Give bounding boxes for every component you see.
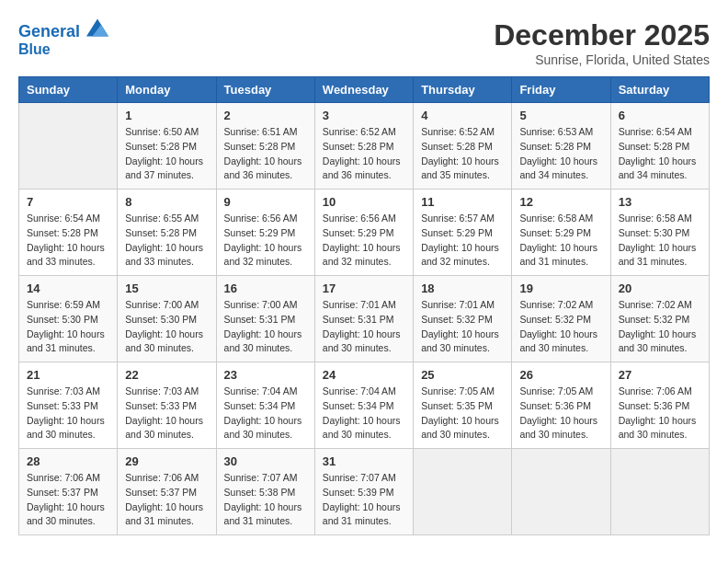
calendar-cell: 23Sunrise: 7:04 AMSunset: 5:34 PMDayligh… xyxy=(216,362,314,449)
logo-general: General xyxy=(18,22,80,40)
page-header: General Blue December 2025 Sunrise, Flor… xyxy=(18,18,710,67)
calendar-cell: 29Sunrise: 7:06 AMSunset: 5:37 PMDayligh… xyxy=(118,449,216,535)
day-info: Sunrise: 7:04 AMSunset: 5:34 PMDaylight:… xyxy=(224,385,307,442)
day-number: 18 xyxy=(421,282,504,295)
day-info: Sunrise: 6:56 AMSunset: 5:29 PMDaylight:… xyxy=(224,212,307,270)
day-number: 10 xyxy=(323,195,405,209)
month-title: December 2025 xyxy=(494,18,710,52)
day-info: Sunrise: 6:54 AMSunset: 5:28 PMDaylight:… xyxy=(619,125,701,183)
day-info: Sunrise: 6:58 AMSunset: 5:30 PMDaylight:… xyxy=(619,212,701,270)
calendar-cell: 30Sunrise: 7:07 AMSunset: 5:38 PMDayligh… xyxy=(216,449,314,535)
calendar-cell: 21Sunrise: 7:03 AMSunset: 5:33 PMDayligh… xyxy=(19,362,118,449)
calendar-cell: 9Sunrise: 6:56 AMSunset: 5:29 PMDaylight… xyxy=(216,190,314,276)
day-info: Sunrise: 7:01 AMSunset: 5:32 PMDaylight:… xyxy=(421,298,504,356)
calendar-cell: 12Sunrise: 6:58 AMSunset: 5:29 PMDayligh… xyxy=(512,190,610,276)
day-info: Sunrise: 6:54 AMSunset: 5:28 PMDaylight:… xyxy=(27,212,109,270)
calendar-cell xyxy=(414,449,512,535)
calendar-cell: 8Sunrise: 6:55 AMSunset: 5:28 PMDaylight… xyxy=(118,190,216,276)
calendar-cell: 20Sunrise: 7:02 AMSunset: 5:32 PMDayligh… xyxy=(610,276,709,362)
calendar-cell: 24Sunrise: 7:04 AMSunset: 5:34 PMDayligh… xyxy=(314,362,413,449)
day-info: Sunrise: 7:02 AMSunset: 5:32 PMDaylight:… xyxy=(619,298,701,356)
calendar-cell: 10Sunrise: 6:56 AMSunset: 5:29 PMDayligh… xyxy=(314,190,413,276)
calendar-cell: 16Sunrise: 7:00 AMSunset: 5:31 PMDayligh… xyxy=(216,276,314,362)
day-info: Sunrise: 7:06 AMSunset: 5:36 PMDaylight:… xyxy=(619,385,701,442)
day-number: 26 xyxy=(519,368,602,382)
calendar-week-row: 14Sunrise: 6:59 AMSunset: 5:30 PMDayligh… xyxy=(19,276,710,362)
weekday-header: Saturday xyxy=(610,77,709,103)
calendar-week-row: 21Sunrise: 7:03 AMSunset: 5:33 PMDayligh… xyxy=(19,362,710,449)
day-number: 24 xyxy=(323,368,405,382)
calendar-cell xyxy=(19,103,118,190)
logo-blue: Blue xyxy=(18,41,108,58)
calendar-week-row: 28Sunrise: 7:06 AMSunset: 5:37 PMDayligh… xyxy=(19,449,710,535)
calendar-table: SundayMondayTuesdayWednesdayThursdayFrid… xyxy=(18,76,710,535)
calendar-cell: 6Sunrise: 6:54 AMSunset: 5:28 PMDaylight… xyxy=(610,103,709,190)
day-info: Sunrise: 6:52 AMSunset: 5:28 PMDaylight:… xyxy=(323,125,405,183)
day-info: Sunrise: 6:56 AMSunset: 5:29 PMDaylight:… xyxy=(323,212,405,270)
day-number: 20 xyxy=(619,282,701,295)
title-block: December 2025 Sunrise, Florida, United S… xyxy=(494,18,710,67)
logo-icon xyxy=(86,18,108,37)
calendar-cell: 7Sunrise: 6:54 AMSunset: 5:28 PMDaylight… xyxy=(19,190,118,276)
day-number: 14 xyxy=(27,282,109,295)
calendar-cell: 26Sunrise: 7:05 AMSunset: 5:36 PMDayligh… xyxy=(512,362,610,449)
day-info: Sunrise: 7:01 AMSunset: 5:31 PMDaylight:… xyxy=(323,298,405,356)
day-number: 27 xyxy=(619,368,701,382)
calendar-header-row: SundayMondayTuesdayWednesdayThursdayFrid… xyxy=(19,77,710,103)
day-info: Sunrise: 7:06 AMSunset: 5:37 PMDaylight:… xyxy=(27,471,109,529)
day-info: Sunrise: 7:06 AMSunset: 5:37 PMDaylight:… xyxy=(125,471,208,529)
day-number: 3 xyxy=(323,109,405,122)
calendar-cell: 22Sunrise: 7:03 AMSunset: 5:33 PMDayligh… xyxy=(118,362,216,449)
weekday-header: Tuesday xyxy=(216,77,314,103)
day-info: Sunrise: 7:00 AMSunset: 5:30 PMDaylight:… xyxy=(125,298,208,356)
calendar-cell: 18Sunrise: 7:01 AMSunset: 5:32 PMDayligh… xyxy=(414,276,512,362)
day-number: 13 xyxy=(619,195,701,209)
calendar-cell: 27Sunrise: 7:06 AMSunset: 5:36 PMDayligh… xyxy=(610,362,709,449)
day-info: Sunrise: 6:59 AMSunset: 5:30 PMDaylight:… xyxy=(27,298,109,356)
day-info: Sunrise: 6:50 AMSunset: 5:28 PMDaylight:… xyxy=(125,125,208,183)
day-number: 6 xyxy=(619,109,701,122)
calendar-body: 1Sunrise: 6:50 AMSunset: 5:28 PMDaylight… xyxy=(19,103,710,535)
day-number: 17 xyxy=(323,282,405,295)
day-number: 23 xyxy=(224,368,307,382)
day-info: Sunrise: 7:07 AMSunset: 5:39 PMDaylight:… xyxy=(323,471,405,529)
day-number: 15 xyxy=(125,282,208,295)
day-number: 7 xyxy=(27,195,109,209)
calendar-cell: 5Sunrise: 6:53 AMSunset: 5:28 PMDaylight… xyxy=(512,103,610,190)
calendar-cell: 4Sunrise: 6:52 AMSunset: 5:28 PMDaylight… xyxy=(414,103,512,190)
day-info: Sunrise: 7:04 AMSunset: 5:34 PMDaylight:… xyxy=(323,385,405,442)
day-info: Sunrise: 6:58 AMSunset: 5:29 PMDaylight:… xyxy=(519,212,602,270)
logo-text: General xyxy=(18,18,108,41)
day-info: Sunrise: 6:53 AMSunset: 5:28 PMDaylight:… xyxy=(519,125,602,183)
day-number: 21 xyxy=(27,368,109,382)
day-number: 19 xyxy=(519,282,602,295)
calendar-cell xyxy=(512,449,610,535)
day-number: 12 xyxy=(519,195,602,209)
day-number: 16 xyxy=(224,282,307,295)
calendar-cell: 15Sunrise: 7:00 AMSunset: 5:30 PMDayligh… xyxy=(118,276,216,362)
day-info: Sunrise: 7:02 AMSunset: 5:32 PMDaylight:… xyxy=(519,298,602,356)
day-info: Sunrise: 7:00 AMSunset: 5:31 PMDaylight:… xyxy=(224,298,307,356)
calendar-cell: 13Sunrise: 6:58 AMSunset: 5:30 PMDayligh… xyxy=(610,190,709,276)
day-info: Sunrise: 6:52 AMSunset: 5:28 PMDaylight:… xyxy=(421,125,504,183)
calendar-cell: 11Sunrise: 6:57 AMSunset: 5:29 PMDayligh… xyxy=(414,190,512,276)
day-info: Sunrise: 7:07 AMSunset: 5:38 PMDaylight:… xyxy=(224,471,307,529)
calendar-cell: 31Sunrise: 7:07 AMSunset: 5:39 PMDayligh… xyxy=(314,449,413,535)
day-number: 8 xyxy=(125,195,208,209)
calendar-cell: 19Sunrise: 7:02 AMSunset: 5:32 PMDayligh… xyxy=(512,276,610,362)
calendar-week-row: 7Sunrise: 6:54 AMSunset: 5:28 PMDaylight… xyxy=(19,190,710,276)
day-info: Sunrise: 7:05 AMSunset: 5:36 PMDaylight:… xyxy=(519,385,602,442)
calendar-cell: 1Sunrise: 6:50 AMSunset: 5:28 PMDaylight… xyxy=(118,103,216,190)
day-number: 22 xyxy=(125,368,208,382)
calendar-cell: 3Sunrise: 6:52 AMSunset: 5:28 PMDaylight… xyxy=(314,103,413,190)
day-number: 30 xyxy=(224,454,307,468)
weekday-header: Thursday xyxy=(414,77,512,103)
day-info: Sunrise: 7:05 AMSunset: 5:35 PMDaylight:… xyxy=(421,385,504,442)
day-info: Sunrise: 7:03 AMSunset: 5:33 PMDaylight:… xyxy=(125,385,208,442)
calendar-cell xyxy=(610,449,709,535)
calendar-cell: 17Sunrise: 7:01 AMSunset: 5:31 PMDayligh… xyxy=(314,276,413,362)
day-number: 5 xyxy=(519,109,602,122)
day-number: 2 xyxy=(224,109,307,122)
day-number: 28 xyxy=(27,454,109,468)
weekday-header: Wednesday xyxy=(314,77,413,103)
